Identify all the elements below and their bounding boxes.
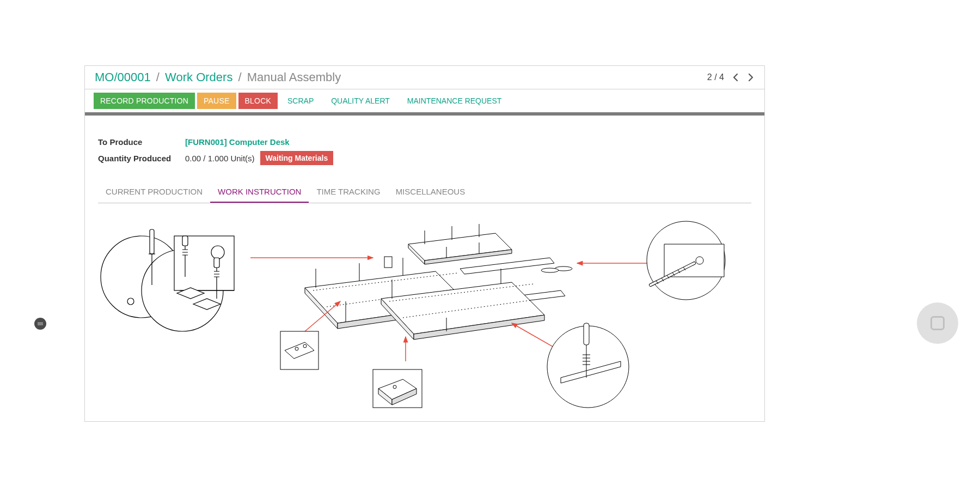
qty-produced-value: 0.00 / 1.000 Unit(s) xyxy=(185,154,255,163)
block-button[interactable]: BLOCK xyxy=(238,93,278,109)
svg-point-32 xyxy=(393,385,396,389)
quality-alert-button[interactable]: QUALITY ALERT xyxy=(323,93,397,109)
breadcrumb-current: Manual Assembly xyxy=(247,70,341,84)
svg-rect-6 xyxy=(150,229,154,254)
record-production-button[interactable]: RECORD PRODUCTION xyxy=(94,93,195,109)
svg-point-41 xyxy=(541,268,559,272)
qty-produced-row: Quantity Produced 0.00 / 1.000 Unit(s) W… xyxy=(98,151,751,165)
work-instruction-diagram xyxy=(98,214,751,410)
svg-point-11 xyxy=(127,298,134,305)
svg-rect-35 xyxy=(584,323,589,345)
home-icon xyxy=(930,316,945,330)
device-side-button[interactable] xyxy=(34,318,46,330)
content-area: To Produce [FURN001] Computer Desk Quant… xyxy=(85,116,764,421)
maintenance-request-button[interactable]: MAINTENANCE REQUEST xyxy=(400,93,509,109)
status-badge: Waiting Materials xyxy=(260,151,334,165)
work-order-panel: MO/00001 / Work Orders / Manual Assembly… xyxy=(84,65,765,422)
to-produce-label: To Produce xyxy=(98,137,185,147)
qty-produced-label: Quantity Produced xyxy=(98,154,185,163)
scrap-button[interactable]: SCRAP xyxy=(280,93,321,109)
breadcrumb-mo-link[interactable]: MO/00001 xyxy=(95,70,151,84)
header-bar: MO/00001 / Work Orders / Manual Assembly… xyxy=(85,66,764,89)
device-home-button[interactable] xyxy=(917,302,958,344)
svg-rect-10 xyxy=(214,258,219,268)
breadcrumb-separator: / xyxy=(156,70,160,84)
pager-next-icon[interactable] xyxy=(747,72,755,82)
to-produce-row: To Produce [FURN001] Computer Desk xyxy=(98,137,751,147)
svg-point-29 xyxy=(303,344,307,348)
breadcrumb: MO/00001 / Work Orders / Manual Assembly xyxy=(95,70,341,84)
product-link[interactable]: [FURN001] Computer Desk xyxy=(185,137,290,147)
pager-prev-icon[interactable] xyxy=(732,72,739,82)
pager-text: 2 / 4 xyxy=(707,72,724,82)
pager: 2 / 4 xyxy=(707,72,755,82)
tab-miscellaneous[interactable]: MISCELLANEOUS xyxy=(388,181,473,203)
tab-current-production[interactable]: CURRENT PRODUCTION xyxy=(98,181,210,203)
svg-rect-9 xyxy=(182,236,188,246)
tab-bar: CURRENT PRODUCTION WORK INSTRUCTION TIME… xyxy=(98,181,751,203)
svg-rect-25 xyxy=(384,257,392,268)
breadcrumb-separator: / xyxy=(238,70,242,84)
tab-time-tracking[interactable]: TIME TRACKING xyxy=(309,181,388,203)
action-toolbar: RECORD PRODUCTION PAUSE BLOCK SCRAP QUAL… xyxy=(85,89,764,116)
tab-work-instruction[interactable]: WORK INSTRUCTION xyxy=(210,181,309,203)
svg-point-28 xyxy=(295,347,298,350)
breadcrumb-workorders-link[interactable]: Work Orders xyxy=(165,70,232,84)
pause-button[interactable]: PAUSE xyxy=(197,93,236,109)
